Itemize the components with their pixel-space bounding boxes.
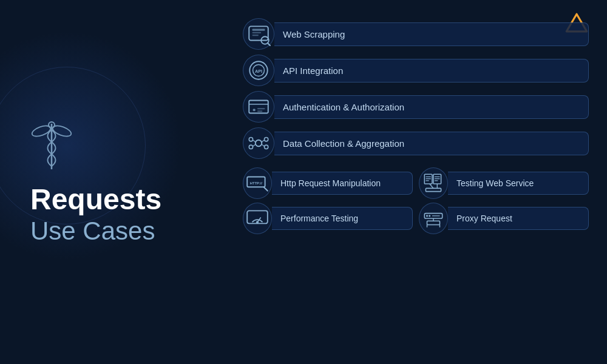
- svg-line-25: [262, 140, 264, 142]
- svg-point-46: [429, 215, 430, 217]
- use-case-testing-web: Testing Web Service: [419, 169, 589, 198]
- svg-point-21: [264, 138, 268, 141]
- http-request-icon: HTTP://: [243, 169, 272, 198]
- web-scrapping-icon: [243, 18, 274, 50]
- svg-line-27: [262, 144, 264, 146]
- use-case-data-collection: Data Collection & Aggregation: [243, 127, 589, 159]
- items-top: Web Scrapping API API Integration: [243, 18, 589, 159]
- svg-line-39: [430, 184, 433, 188]
- svg-point-22: [249, 145, 253, 149]
- svg-point-19: [256, 140, 262, 147]
- svg-rect-18: [257, 110, 262, 112]
- svg-point-23: [264, 145, 268, 149]
- performance-testing-label: Performance Testing: [272, 207, 413, 230]
- use-case-http-request: HTTP:// Http Request Manipulation: [243, 169, 413, 198]
- use-case-auth: Authentication & Authorization: [243, 91, 589, 123]
- svg-rect-6: [253, 29, 265, 31]
- api-integration-icon: API: [243, 55, 274, 86]
- svg-point-43: [256, 221, 259, 223]
- caduceus-icon: [30, 118, 231, 175]
- svg-line-10: [268, 43, 270, 46]
- svg-point-45: [426, 215, 428, 217]
- svg-rect-8: [253, 35, 259, 36]
- data-collection-label: Data Collection & Aggregation: [274, 132, 589, 155]
- data-collection-icon: [243, 127, 274, 159]
- svg-rect-7: [253, 32, 262, 33]
- http-request-label: Http Request Manipulation: [272, 172, 413, 195]
- use-case-proxy-request: Proxy Request: [419, 204, 589, 233]
- auth-label: Authentication & Authorization: [274, 95, 589, 119]
- svg-text:API: API: [255, 69, 262, 74]
- proxy-request-label: Proxy Request: [448, 207, 589, 230]
- web-scrapping-label: Web Scrapping: [274, 22, 589, 46]
- svg-line-24: [253, 140, 256, 142]
- svg-rect-48: [427, 221, 440, 224]
- api-integration-label: API Integration: [274, 59, 589, 83]
- title-use-cases: Use Cases: [30, 216, 231, 246]
- svg-text:HTTP://: HTTP://: [250, 181, 263, 185]
- use-case-web-scrapping: Web Scrapping: [243, 18, 589, 50]
- items-bottom: HTTP:// Http Request Manipulation: [243, 169, 589, 233]
- auth-icon: [243, 91, 274, 123]
- svg-rect-38: [426, 188, 441, 191]
- title-requests: Requests: [30, 184, 231, 216]
- proxy-request-icon: [419, 204, 448, 233]
- testing-web-label: Testing Web Service: [448, 172, 589, 195]
- svg-point-20: [249, 138, 253, 141]
- left-section: Requests Use Cases: [0, 0, 231, 364]
- performance-testing-icon: [243, 204, 272, 233]
- use-case-api-integration: API API Integration: [243, 55, 589, 86]
- use-case-performance-testing: Performance Testing: [243, 204, 413, 233]
- testing-web-icon: [419, 169, 448, 198]
- svg-line-26: [253, 144, 256, 146]
- right-section: Web Scrapping API API Integration: [219, 0, 607, 364]
- svg-rect-17: [257, 108, 265, 109]
- svg-point-16: [253, 109, 256, 111]
